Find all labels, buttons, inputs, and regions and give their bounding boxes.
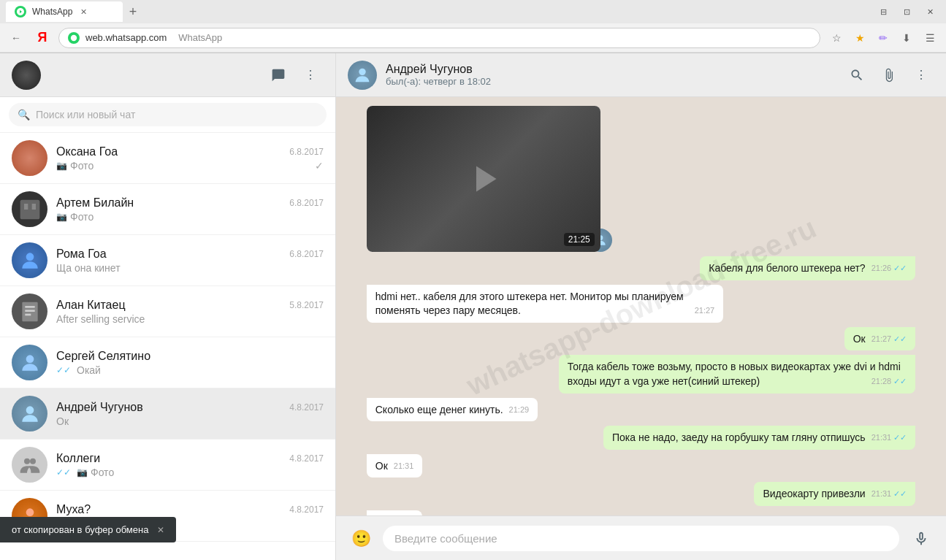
chat-list: Оксана Гоа 6.8.2017 📷 Фото ✓ (0, 133, 335, 560)
svg-rect-7 (25, 313, 31, 315)
star-button[interactable]: ★ (850, 28, 870, 48)
search-input[interactable] (36, 109, 318, 120)
sidebar-header-actions: ⋮ (265, 62, 324, 88)
preview-icon-artem: 📷 (56, 212, 67, 222)
active-tab[interactable]: WhatsApp ✕ (6, 1, 123, 22)
bubble-m5: Тогда кабель тоже возьму, просто в новых… (559, 355, 915, 393)
media-bubble: 21:25 (367, 106, 600, 252)
chat-item-kollegi[interactable]: Коллеги 4.8.2017 ✓✓ 📷 Фото (0, 440, 335, 491)
bubble-time-m7: 21:31 ✓✓ (871, 432, 907, 443)
media-thumb-inner (367, 106, 600, 252)
chat-name-kollegi: Коллеги (56, 452, 100, 465)
new-chat-icon[interactable] (265, 62, 291, 88)
media-thumbnail[interactable]: 21:25 (367, 106, 600, 252)
chat-header-avatar[interactable] (348, 61, 377, 90)
pen-button[interactable]: ✏ (873, 28, 893, 48)
browser-chrome: WhatsApp ✕ + ⊟ ⊡ ✕ ← Я web.whatsapp.com … (0, 0, 946, 53)
window-controls: ⊟ ⊡ ✕ (873, 4, 940, 19)
url-bar[interactable]: web.whatsapp.com WhatsApp (58, 28, 820, 48)
avatar-alan (12, 294, 47, 329)
download-button[interactable]: ⬇ (896, 28, 917, 48)
message-m6: Сколько еще денег кинуть. 21:29 (367, 398, 916, 422)
back-button[interactable]: ← (6, 28, 26, 48)
chat-date-roma: 6.8.2017 (289, 249, 324, 259)
chat-item-sergey[interactable]: Сергей Селятино ✓✓ Окай (0, 337, 335, 388)
chat-header: Андрей Чугунов был(-а): четверг в 18:02 … (336, 53, 946, 97)
bubble-time-m5: 21:28 ✓✓ (871, 376, 907, 387)
url-title: WhatsApp (178, 32, 222, 43)
chat-menu-button[interactable]: ⋮ (908, 62, 934, 88)
check-icon-kollegi: ✓✓ (56, 467, 71, 477)
mic-button[interactable] (908, 526, 934, 552)
bubble-text-m7: Пока не надо, заеду на горбушку там глян… (612, 431, 866, 443)
yandex-logo[interactable]: Я (32, 28, 53, 48)
bubble-m3: hdmi нет.. кабеля для этого штекера нет.… (367, 285, 723, 323)
svg-rect-0 (20, 199, 39, 219)
chat-date-oxana: 6.8.2017 (289, 147, 324, 157)
search-chat-button[interactable] (844, 62, 870, 88)
message-media: 21:25 (367, 106, 916, 252)
maximize-button[interactable]: ⊡ (896, 4, 917, 19)
svg-point-13 (359, 68, 365, 74)
bubble-time-m4: 21:27 ✓✓ (871, 334, 907, 345)
emoji-button[interactable]: 🙂 (348, 526, 374, 552)
chat-item-alan[interactable]: Алан Китаец 5.8.2017 After selling servi… (0, 286, 335, 337)
menu-dots-icon[interactable]: ⋮ (297, 62, 324, 88)
address-bar: ← Я web.whatsapp.com WhatsApp ☆ ★ ✏ ⬇ ☰ (0, 23, 946, 53)
minimize-button[interactable]: ⊟ (873, 4, 893, 19)
check-m5: ✓✓ (893, 377, 907, 386)
bubble-m7: Пока не надо, заеду на горбушку там глян… (603, 426, 915, 450)
message-m5: Тогда кабель тоже возьму, просто в новых… (367, 355, 916, 393)
chat-preview-sergey: Окай (77, 364, 101, 376)
avatar-oxana (12, 140, 47, 176)
chat-date-alan: 5.8.2017 (289, 300, 324, 310)
input-area: 🙂 (336, 515, 946, 560)
svg-point-10 (24, 458, 30, 464)
chat-name-andrey: Андрей Чугунов (56, 401, 143, 414)
svg-rect-1 (24, 204, 28, 210)
bubble-text-m6: Сколько еще денег кинуть. (375, 404, 503, 415)
search-icon: 🔍 (18, 109, 30, 120)
my-avatar[interactable] (12, 61, 41, 90)
chat-item-artem[interactable]: Артем Билайн 6.8.2017 📷 Фото (0, 184, 335, 235)
new-tab-button[interactable]: + (123, 1, 143, 22)
chat-item-oxana[interactable]: Оксана Гоа 6.8.2017 📷 Фото ✓ (0, 133, 335, 184)
avatar-artem (12, 191, 47, 227)
chat-name-sergey: Сергей Селятино (56, 350, 150, 363)
chat-item-roma[interactable]: Рома Гоа 6.8.2017 Ща она кинет (0, 235, 335, 286)
message-m8: Ок 21:31 (367, 454, 916, 478)
url-favicon (68, 32, 80, 44)
browser-actions: ☆ ★ ✏ ⬇ ☰ (826, 28, 940, 48)
bubble-text-m2: Кабеля для белого штекера нет? (709, 262, 865, 274)
message-input[interactable] (383, 526, 899, 551)
bubble-m10: Ок 21:32 (367, 510, 423, 515)
chat-area: Андрей Чугунов был(-а): четверг в 18:02 … (336, 53, 946, 560)
check-m7: ✓✓ (893, 433, 907, 442)
chat-info-roma: Рома Гоа 6.8.2017 Ща она кинет (56, 248, 324, 274)
check-m4: ✓✓ (893, 334, 907, 343)
chat-info-sergey: Сергей Селятино ✓✓ Окай (56, 350, 324, 376)
chat-name-artem: Артем Билайн (56, 196, 134, 210)
chat-name-roma: Рома Гоа (56, 248, 107, 261)
chat-name-mukha: Муха? (56, 503, 91, 516)
toast-notification: от скопирован в буфер обмена ✕ (0, 517, 176, 542)
chat-preview-alan: After selling service (56, 313, 145, 325)
svg-point-11 (30, 458, 36, 464)
bookmark-icon[interactable]: ☆ (826, 28, 847, 48)
bubble-text-m5: Тогда кабель тоже возьму, просто в новых… (568, 361, 901, 387)
close-window-button[interactable]: ✕ (920, 4, 940, 19)
app: ⋮ 🔍 Оксана Гоа 6.8.2017 📷 (0, 53, 946, 560)
toast-close-button[interactable]: ✕ (157, 525, 164, 535)
bubble-m4: Ок 21:27 ✓✓ (844, 327, 916, 351)
chat-info-andrey: Андрей Чугунов 4.8.2017 Ок (56, 401, 324, 427)
avatar-kollegi (12, 447, 47, 483)
chat-item-andrey[interactable]: Андрей Чугунов 4.8.2017 Ок (0, 388, 335, 440)
tab-close-button[interactable]: ✕ (78, 7, 88, 17)
chat-preview-roma: Ща она кинет (56, 262, 121, 274)
attach-button[interactable] (876, 62, 902, 88)
svg-point-3 (26, 253, 34, 261)
chevron-down-icon: ✓ (315, 160, 324, 172)
chat-info-artem: Артем Билайн 6.8.2017 📷 Фото (56, 196, 324, 223)
menu-button[interactable]: ☰ (920, 28, 940, 48)
tab-bar: WhatsApp ✕ + ⊟ ⊡ ✕ (0, 0, 946, 23)
